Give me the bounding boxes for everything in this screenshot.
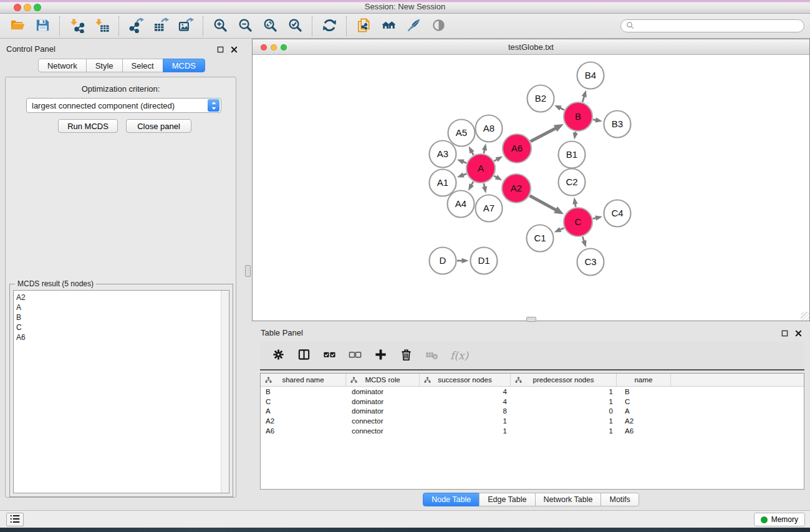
graph-edge-arrow	[457, 160, 465, 165]
table-row[interactable]: Adominator80A	[261, 406, 804, 416]
float-panel-button[interactable]	[216, 46, 224, 54]
mcds-result-item[interactable]: C	[14, 322, 220, 332]
svg-text:A6: A6	[511, 143, 523, 153]
graph-node-A6[interactable]: A6	[503, 134, 531, 163]
tab-network[interactable]: Network	[38, 59, 87, 72]
deselect-all-checkboxes-button[interactable]	[344, 345, 365, 366]
column-header-name[interactable]: name	[617, 374, 671, 386]
graph-node-A2[interactable]: A2	[502, 174, 531, 203]
graph-node-A[interactable]: A	[466, 154, 495, 183]
svg-text:D: D	[440, 255, 446, 266]
table-toolbar: f(x)	[260, 342, 804, 370]
zoom-fit-button[interactable]	[258, 16, 282, 37]
float-panel-button[interactable]	[780, 329, 789, 338]
graph-edge-arrow	[457, 172, 465, 177]
zoom-fit-icon	[263, 17, 278, 35]
tab-style[interactable]: Style	[86, 59, 123, 72]
vertical-split-handle[interactable]	[245, 265, 251, 277]
graph-node-C3[interactable]: C3	[577, 249, 604, 276]
close-window-button[interactable]	[14, 4, 21, 11]
import-table-button[interactable]	[89, 16, 114, 37]
graph-edge-arrow	[554, 105, 562, 111]
zoom-out-button[interactable]	[233, 16, 258, 37]
minimize-window-button[interactable]	[24, 4, 31, 11]
delete-column-button[interactable]	[395, 345, 417, 366]
close-panel-button[interactable]	[229, 46, 238, 54]
table-settings-button[interactable]	[268, 345, 289, 366]
add-column-button[interactable]	[370, 345, 391, 366]
svg-text:C4: C4	[611, 208, 623, 218]
graph-node-B4[interactable]: B4	[577, 62, 604, 89]
table-row[interactable]: A6connector11A6	[261, 426, 804, 436]
column-header-predecessor-nodes[interactable]: predecessor nodes	[511, 374, 617, 386]
graph-node-D[interactable]: D	[430, 248, 456, 274]
graph-node-C[interactable]: C	[564, 208, 592, 236]
tab-edge-table[interactable]: Edge Table	[479, 493, 535, 506]
import-network-button[interactable]	[64, 16, 89, 37]
zoom-in-button[interactable]	[208, 16, 233, 37]
network-minimize-button[interactable]	[271, 44, 277, 51]
column-header-mcds-role[interactable]: MCDS role	[346, 374, 420, 386]
select-all-checkboxes-button[interactable]	[319, 345, 340, 366]
table-row[interactable]: Bdominator41B	[261, 387, 804, 397]
show-graphics-details-button[interactable]	[426, 16, 451, 37]
graph-node-B2[interactable]: B2	[528, 85, 554, 112]
criterion-dropdown[interactable]: largest connected component (directed)	[26, 98, 221, 113]
column-header-shared-name[interactable]: shared name	[261, 374, 346, 386]
column-header-successor-nodes[interactable]: successor nodes	[420, 374, 511, 386]
horizontal-split-handle[interactable]	[526, 317, 536, 322]
tab-motifs[interactable]: Motifs	[600, 493, 639, 506]
result-scrollbar[interactable]	[221, 291, 229, 493]
copy-network-button[interactable]	[351, 16, 376, 37]
network-graph[interactable]: B4B2BB3A5A8A6A3B1AA1C2A2A4A7C4CC1C3DD1	[253, 56, 809, 321]
mcds-result-item[interactable]: A	[14, 302, 220, 312]
close-panel-button[interactable]	[794, 329, 803, 338]
graph-node-B[interactable]: B	[564, 102, 592, 131]
attribute-type-icon	[515, 377, 522, 385]
graph-node-D1[interactable]: D1	[471, 248, 498, 274]
graph-node-B3[interactable]: B3	[604, 111, 631, 138]
tab-mcds[interactable]: MCDS	[163, 59, 205, 72]
column-layout-button[interactable]	[293, 345, 314, 366]
graph-node-A5[interactable]: A5	[448, 120, 475, 147]
search-box[interactable]	[620, 19, 804, 32]
graph-node-A7[interactable]: A7	[476, 195, 503, 222]
export-table-button[interactable]	[148, 16, 173, 37]
mcds-result-item[interactable]: A6	[14, 332, 220, 342]
search-input[interactable]	[637, 22, 799, 31]
maximize-window-button[interactable]	[34, 4, 41, 11]
close-panel-button[interactable]: Close panel	[126, 119, 191, 133]
task-history-button[interactable]	[6, 513, 24, 526]
graph-node-A8[interactable]: A8	[476, 115, 503, 142]
home-view-button[interactable]	[376, 16, 401, 37]
graph-node-A4[interactable]: A4	[448, 191, 475, 218]
tab-select[interactable]: Select	[122, 59, 163, 72]
network-maximize-button[interactable]	[281, 44, 287, 51]
open-folder-button[interactable]	[5, 16, 30, 37]
close-icon	[231, 46, 238, 55]
graph-node-C4[interactable]: C4	[604, 200, 631, 227]
desktop-strip	[0, 528, 810, 532]
hide-graphics-details-button[interactable]	[401, 16, 426, 37]
resize-grip[interactable]	[801, 312, 809, 321]
mcds-result-item[interactable]: B	[14, 312, 220, 322]
tab-network-table[interactable]: Network Table	[535, 493, 602, 506]
graph-node-C2[interactable]: C2	[559, 169, 586, 196]
run-mcds-button[interactable]: Run MCDS	[58, 119, 118, 133]
export-image-button[interactable]	[173, 16, 198, 37]
zoom-selected-button[interactable]	[282, 16, 307, 37]
graph-node-C1[interactable]: C1	[527, 225, 554, 252]
table-row[interactable]: Cdominator41C	[261, 397, 804, 407]
export-network-button[interactable]	[123, 16, 148, 37]
refresh-view-button[interactable]	[317, 16, 342, 37]
graph-node-B1[interactable]: B1	[559, 142, 586, 168]
graph-node-A3[interactable]: A3	[430, 141, 456, 168]
tab-node-table[interactable]: Node Table	[423, 493, 480, 506]
memory-status-icon	[761, 516, 768, 523]
graph-node-A1[interactable]: A1	[430, 170, 456, 196]
table-row[interactable]: A2connector11A2	[261, 416, 804, 426]
memory-button[interactable]: Memory	[754, 513, 805, 526]
save-session-button[interactable]	[30, 16, 55, 37]
mcds-result-item[interactable]: A2	[14, 293, 220, 302]
network-close-button[interactable]	[261, 44, 267, 51]
